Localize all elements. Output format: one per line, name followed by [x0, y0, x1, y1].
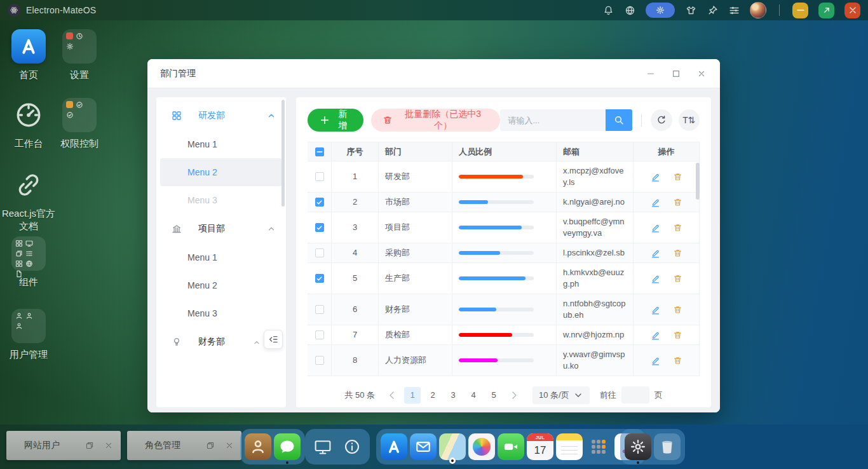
row-checkbox[interactable] [315, 198, 324, 207]
dock-calculator-icon[interactable] [585, 433, 612, 460]
delete-icon[interactable] [673, 172, 682, 182]
edit-icon[interactable] [651, 356, 660, 365]
globe-icon[interactable] [624, 4, 635, 16]
delete-icon[interactable] [673, 248, 682, 258]
taskbar-chip-role-management[interactable]: 角色管理 [127, 431, 241, 460]
edit-icon[interactable] [651, 274, 660, 283]
edit-icon[interactable] [651, 198, 660, 207]
search-input[interactable] [500, 109, 606, 131]
page-button-3[interactable]: 3 [445, 387, 461, 404]
delete-icon[interactable] [673, 274, 682, 283]
sidebar-menu-item[interactable]: Menu 1 [160, 130, 282, 158]
dock-appstore-icon[interactable] [381, 433, 407, 460]
dock-contacts-icon[interactable] [245, 433, 271, 460]
row-checkbox[interactable] [315, 356, 324, 365]
sidebar-menu-item[interactable]: Menu 2 [160, 158, 282, 186]
dock-notes-icon[interactable] [556, 433, 583, 460]
os-maximize-button[interactable] [818, 3, 834, 18]
row-checkbox[interactable] [315, 223, 324, 232]
row-checkbox[interactable] [315, 274, 324, 283]
desktop-icon-home[interactable]: 首页 [4, 29, 53, 81]
sidebar-scrollbar[interactable] [281, 100, 285, 207]
bell-icon[interactable] [602, 4, 614, 16]
taskbar-chip-website-users[interactable]: 网站用户 [6, 431, 121, 460]
page-button-2[interactable]: 2 [424, 387, 441, 404]
font-size-button[interactable]: T⇅ [679, 109, 700, 131]
dock-settings-icon[interactable] [625, 433, 651, 460]
delete-icon[interactable] [673, 330, 682, 340]
row-checkbox[interactable] [315, 305, 324, 314]
desktop-icon-react-docs[interactable]: React.js官方文档 [1, 168, 57, 233]
edit-icon[interactable] [651, 305, 660, 315]
dock-facetime-icon[interactable] [498, 433, 524, 460]
select-all-checkbox[interactable] [315, 147, 324, 156]
dock-calendar-icon[interactable]: JUL17 [527, 433, 553, 460]
row-select-cell [308, 161, 332, 193]
delete-icon[interactable] [673, 356, 682, 365]
search-button[interactable] [606, 109, 632, 131]
delete-icon[interactable] [673, 223, 682, 233]
restore-window-icon[interactable] [203, 441, 217, 450]
sliders-icon[interactable] [728, 4, 740, 16]
dock-display-icon[interactable] [309, 433, 336, 460]
os-close-button[interactable] [844, 3, 860, 18]
desktop-icon-permission-control[interactable]: 权限控制 [55, 98, 104, 150]
delete-icon[interactable] [673, 305, 682, 315]
restore-window-icon[interactable] [83, 441, 97, 450]
operations-cell [634, 161, 700, 193]
page-size-select[interactable]: 10 条/页 [532, 386, 590, 404]
desktop-icon-user-management[interactable]: 用户管理 [4, 309, 53, 361]
calendar-month-label: JUL [527, 433, 553, 441]
window-minimize-button[interactable] [646, 69, 655, 78]
desktop-icon-label: 用户管理 [10, 348, 48, 361]
edit-icon[interactable] [651, 172, 660, 182]
department-cell: 财务部 [379, 294, 452, 325]
dock-info-icon[interactable] [339, 433, 365, 460]
sidebar-menu-item[interactable]: Menu 1 [160, 243, 282, 271]
goto-page-input[interactable] [621, 386, 649, 404]
desktop-icon-settings[interactable]: 设置 [55, 29, 104, 81]
row-checkbox[interactable] [315, 248, 324, 257]
row-checkbox[interactable] [315, 172, 324, 181]
next-page-button[interactable] [506, 387, 522, 404]
dock-mail-icon[interactable] [410, 433, 437, 460]
dock-photos-icon[interactable] [468, 433, 495, 460]
table-row: 3项目部v.buqpeffc@ymnveymgy.va [308, 212, 700, 243]
edit-icon[interactable] [651, 248, 660, 258]
close-window-icon[interactable] [102, 441, 116, 450]
dock-maps-icon[interactable] [439, 433, 466, 460]
table-scrollbar[interactable] [696, 163, 700, 200]
row-checkbox[interactable] [315, 330, 324, 339]
edit-icon[interactable] [651, 223, 660, 233]
window-maximize-button[interactable] [672, 69, 681, 78]
sidebar-menu-item[interactable]: Menu 3 [160, 186, 282, 214]
refresh-button[interactable] [651, 109, 672, 131]
sidebar-group-1[interactable]: 项目部 [156, 214, 286, 243]
shirt-icon[interactable] [685, 4, 696, 16]
page-button-4[interactable]: 4 [465, 387, 482, 404]
settings-pill-toggle[interactable] [646, 3, 675, 18]
pin-icon[interactable] [707, 4, 718, 16]
delete-icon[interactable] [673, 198, 682, 207]
mini-app-icon [66, 32, 73, 39]
batch-delete-button[interactable]: 批量删除（已选中3个） [371, 109, 500, 132]
prev-page-button[interactable] [384, 387, 400, 404]
close-window-icon[interactable] [222, 441, 236, 450]
page-button-1[interactable]: 1 [404, 387, 421, 404]
page-button-5[interactable]: 5 [485, 387, 502, 404]
edit-icon[interactable] [651, 330, 660, 340]
add-button[interactable]: 新增 [308, 109, 363, 132]
window-close-button[interactable] [697, 69, 706, 78]
desktop-icon-components[interactable]: 组件 [4, 236, 53, 289]
sidebar-group-0[interactable]: 研发部 [156, 101, 286, 130]
sidebar-menu-item[interactable]: Menu 3 [160, 299, 282, 327]
os-minimize-button[interactable] [792, 3, 808, 18]
desktop-icon-workbench[interactable]: 工作台 [4, 98, 53, 150]
dock-messages-icon[interactable] [274, 433, 301, 460]
window-titlebar[interactable]: 部门管理 [147, 59, 720, 88]
email-cell: k.nlgyai@arej.no [557, 193, 634, 212]
user-avatar[interactable] [750, 2, 766, 18]
collapse-sidebar-button[interactable] [264, 330, 283, 349]
sidebar-menu-item[interactable]: Menu 2 [160, 271, 282, 299]
dock-trash-icon[interactable] [654, 433, 681, 460]
